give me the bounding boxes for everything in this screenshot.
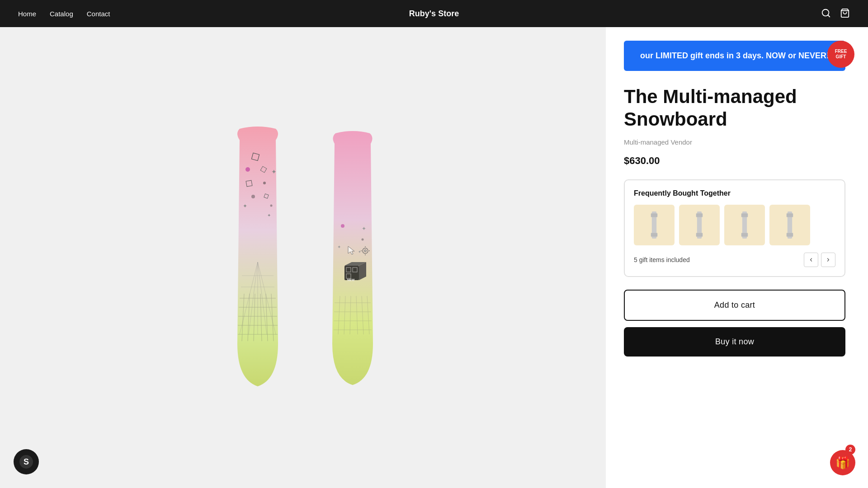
svg-text:✦: ✦ (358, 250, 361, 254)
frequently-bought-together: Frequently Bought Together (624, 179, 845, 277)
svg-rect-66 (696, 233, 703, 236)
fbt-item-1[interactable] (634, 205, 675, 245)
svg-text:S: S (24, 457, 29, 466)
limited-offer-banner: our LIMITED gift ends in 3 days. NOW or … (624, 41, 845, 71)
cart-button[interactable] (840, 8, 850, 19)
nav-catalog[interactable]: Catalog (50, 10, 73, 18)
svg-point-49 (341, 224, 344, 228)
limited-offer-text: our LIMITED gift ends in 3 days. NOW or … (640, 51, 829, 60)
svg-rect-62 (651, 213, 657, 217)
fbt-prev-button[interactable] (804, 253, 818, 267)
gift-count-badge: 2 (845, 445, 855, 455)
fbt-item-4-svg (781, 211, 799, 239)
shopify-icon: S (19, 455, 33, 469)
svg-point-21 (245, 167, 250, 172)
svg-point-40 (364, 250, 367, 252)
main-nav: Home Catalog Contact (18, 10, 110, 18)
svg-point-23 (251, 195, 255, 198)
svg-point-24 (270, 205, 273, 207)
fbt-item-3-svg (736, 211, 754, 239)
svg-text:✦: ✦ (337, 244, 341, 249)
svg-rect-63 (651, 233, 657, 236)
search-button[interactable] (821, 8, 831, 19)
svg-point-22 (263, 182, 266, 184)
free-gift-badge-line1: FREE (835, 49, 847, 54)
svg-text:✦: ✦ (271, 168, 277, 175)
free-gift-badge-line2: GIFT (836, 54, 846, 60)
snowboard-left-svg: ✦ ✦ ✦ (212, 127, 303, 389)
fbt-footer: 5 gift items included (634, 253, 835, 267)
fbt-title: Frequently Bought Together (634, 189, 835, 197)
svg-rect-65 (696, 213, 703, 217)
product-price: $630.00 (624, 155, 845, 167)
fbt-next-button[interactable] (821, 253, 835, 267)
svg-text:✦: ✦ (243, 203, 247, 209)
free-gift-badge: FREE GIFT (827, 41, 854, 68)
svg-line-1 (828, 15, 830, 17)
snowboard-images: ✦ ✦ ✦ (212, 127, 393, 389)
header-actions (821, 8, 850, 19)
add-to-cart-button[interactable]: Add to cart (624, 290, 845, 321)
snowboard-right-svg: NEW ✦ (312, 131, 393, 389)
snowboard-image-right: NEW ✦ (312, 131, 393, 389)
svg-point-50 (362, 239, 364, 241)
product-details-panel: FREE GIFT our LIMITED gift ends in 3 day… (606, 27, 868, 488)
nav-home[interactable]: Home (18, 10, 36, 18)
svg-text:NEW: NEW (347, 278, 355, 282)
site-header: Home Catalog Contact Ruby's Store (0, 0, 868, 27)
buy-now-button[interactable]: Buy it now (624, 327, 845, 357)
store-title: Ruby's Store (409, 9, 459, 19)
svg-text:✦: ✦ (267, 213, 271, 218)
fbt-navigation (804, 253, 835, 267)
vendor-name: Multi-managed Vendor (624, 138, 845, 146)
snowboard-image-left: ✦ ✦ ✦ (212, 127, 303, 389)
fbt-item-4[interactable] (769, 205, 810, 245)
gift-icon: 🎁 (835, 456, 850, 470)
svg-rect-68 (741, 213, 748, 217)
nav-contact[interactable]: Contact (87, 10, 110, 18)
gift-widget: 2 🎁 (830, 445, 855, 475)
main-layout: ✦ ✦ ✦ (0, 27, 868, 488)
product-gallery: ✦ ✦ ✦ (0, 27, 606, 488)
fbt-item-2[interactable] (679, 205, 720, 245)
svg-rect-69 (741, 233, 748, 236)
chevron-left-icon (808, 257, 814, 263)
svg-text:✦: ✦ (362, 225, 366, 232)
fbt-item-1-svg (645, 211, 663, 239)
fbt-items-list (634, 205, 835, 245)
shopify-badge[interactable]: S (14, 449, 39, 474)
product-title: The Multi-managed Snowboard (624, 85, 845, 131)
cart-icon (840, 8, 850, 18)
fbt-items-count: 5 gift items included (634, 256, 690, 263)
search-icon (821, 8, 831, 18)
svg-rect-71 (787, 213, 793, 217)
chevron-right-icon (826, 257, 831, 263)
svg-rect-72 (787, 233, 793, 236)
fbt-item-2-svg (690, 211, 708, 239)
fbt-item-3[interactable] (724, 205, 765, 245)
